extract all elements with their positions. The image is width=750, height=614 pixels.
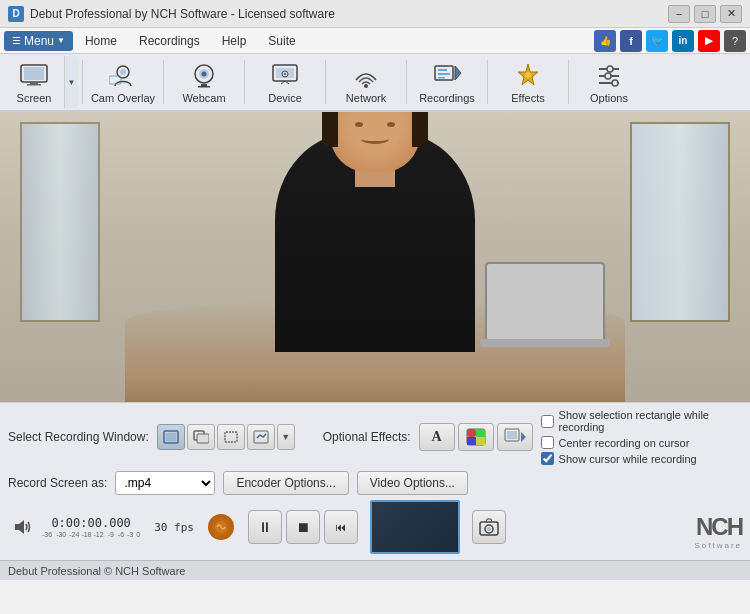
play-controls: ⏸ ⏹ ⏮ (248, 510, 358, 544)
minimize-button[interactable]: − (668, 5, 690, 23)
time-value: 0:00:00.000 (51, 516, 130, 530)
menu-dropdown-button[interactable]: ☰ Menu ▼ (4, 31, 73, 51)
toolbar-separator-4 (325, 60, 326, 104)
maximize-button[interactable]: □ (694, 5, 716, 23)
facebook-like-button[interactable]: 👍 (594, 30, 616, 52)
svg-rect-10 (201, 84, 207, 86)
status-text: Debut Professional © NCH Software (8, 565, 185, 577)
options-icon (595, 61, 623, 89)
cam-overlay-label: Cam Overlay (91, 92, 155, 104)
prev-button[interactable]: ⏮ (324, 510, 358, 544)
region-record-button[interactable] (217, 424, 245, 450)
record-type-dropdown-button[interactable]: ▼ (277, 424, 295, 450)
menu-bar-social: 👍 f 🐦 in ▶ ? (594, 30, 746, 52)
svg-point-16 (364, 84, 368, 88)
recordings-label: Recordings (419, 92, 475, 104)
optional-effects-label: Optional Effects: (323, 430, 411, 444)
center-cursor-checkbox[interactable] (541, 436, 554, 449)
screen-button[interactable]: Screen (4, 56, 64, 108)
device-icon (271, 61, 299, 89)
screen-label: Screen (17, 92, 52, 104)
title-bar: D Debut Professional by NCH Software - L… (0, 0, 750, 28)
fullscreen-record-button[interactable] (157, 424, 185, 450)
window-controls[interactable]: − □ ✕ (668, 5, 742, 23)
options-label: Options (590, 92, 628, 104)
record-screen-as-label: Record Screen as: (8, 476, 107, 490)
window-title: Debut Professional by NCH Software - Lic… (30, 7, 335, 21)
preview-thumbnail (370, 500, 460, 554)
text-effect-button[interactable]: A (419, 423, 455, 451)
help-button[interactable]: ? (724, 30, 746, 52)
show-rectangle-label: Show selection rectangle while recording (559, 409, 742, 433)
menu-bar: ☰ Menu ▼ Home Recordings Help Suite 👍 f … (0, 28, 750, 54)
close-button[interactable]: ✕ (720, 5, 742, 23)
fps-display: 30 fps (154, 521, 194, 534)
video-effect-button[interactable] (497, 423, 533, 451)
toolbar-separator-1 (82, 60, 83, 104)
recording-window-row: Select Recording Window: ▼ Optional Effe… (8, 409, 742, 465)
recording-window-buttons: ▼ (157, 424, 295, 450)
effects-button[interactable]: Effects (492, 56, 564, 108)
volume-button[interactable] (8, 513, 36, 541)
bottom-controls: Select Recording Window: ▼ Optional Effe… (0, 402, 750, 560)
center-cursor-checkbox-row: Center recording on cursor (541, 436, 742, 449)
network-button[interactable]: Network (330, 56, 402, 108)
show-rectangle-checkbox[interactable] (541, 415, 554, 428)
show-cursor-checkbox[interactable] (541, 452, 554, 465)
toolbar-separator-6 (487, 60, 488, 104)
svg-rect-40 (476, 429, 485, 437)
pause-button[interactable]: ⏸ (248, 510, 282, 544)
autotrack-record-button[interactable] (247, 424, 275, 450)
svg-rect-33 (166, 433, 176, 441)
menu-item-help[interactable]: Help (212, 31, 257, 51)
linkedin-button[interactable]: in (672, 30, 694, 52)
youtube-button[interactable]: ▶ (698, 30, 720, 52)
svg-point-5 (120, 69, 126, 75)
menu-item-recordings[interactable]: Recordings (129, 31, 210, 51)
format-select[interactable]: .mp4 .avi .mov .wmv .flv (115, 471, 215, 495)
svg-rect-36 (225, 432, 237, 442)
device-button[interactable]: Device (249, 56, 321, 108)
menu-item-suite[interactable]: Suite (258, 31, 305, 51)
webcam-label: Webcam (182, 92, 225, 104)
menu-label: Menu (24, 34, 54, 48)
svg-rect-41 (467, 437, 476, 445)
network-label: Network (346, 92, 386, 104)
encoder-options-button[interactable]: Encoder Options... (223, 471, 348, 495)
window-right (630, 122, 730, 322)
window-record-button[interactable] (187, 424, 215, 450)
svg-rect-3 (27, 84, 41, 86)
device-label: Device (268, 92, 302, 104)
test-signal-button[interactable] (208, 514, 234, 540)
svg-marker-44 (521, 432, 526, 442)
recordings-button[interactable]: Recordings (411, 56, 483, 108)
effects-icon (514, 61, 542, 89)
network-icon (352, 61, 380, 89)
webcam-button[interactable]: Webcam (168, 56, 240, 108)
checkboxes-area: Show selection rectangle while recording… (541, 409, 742, 465)
camera-capture-button[interactable] (472, 510, 506, 544)
twitter-button[interactable]: 🐦 (646, 30, 668, 52)
svg-marker-46 (15, 520, 24, 534)
menu-item-home[interactable]: Home (75, 31, 127, 51)
facebook-button[interactable]: f (620, 30, 642, 52)
options-button[interactable]: Options (573, 56, 645, 108)
toolbar-separator-7 (568, 60, 569, 104)
svg-point-24 (607, 66, 613, 72)
cam-overlay-button[interactable]: Cam Overlay (87, 56, 159, 108)
select-recording-label: Select Recording Window: (8, 430, 149, 444)
toolbar-separator-5 (406, 60, 407, 104)
svg-point-50 (487, 527, 491, 531)
recordings-icon (433, 61, 461, 89)
svg-rect-1 (24, 67, 44, 80)
show-cursor-label: Show cursor while recording (559, 453, 697, 465)
svg-point-27 (605, 73, 611, 79)
screen-icon (20, 61, 48, 89)
cam-overlay-icon (109, 61, 137, 89)
screen-dropdown-button[interactable]: ▼ (64, 56, 78, 108)
playback-row: 0:00:00.000 -36-30-24-18-12-9-6-30 30 fp… (8, 500, 742, 554)
color-effect-button[interactable] (458, 423, 494, 451)
svg-rect-39 (467, 429, 476, 437)
video-options-button[interactable]: Video Options... (357, 471, 468, 495)
stop-button[interactable]: ⏹ (286, 510, 320, 544)
